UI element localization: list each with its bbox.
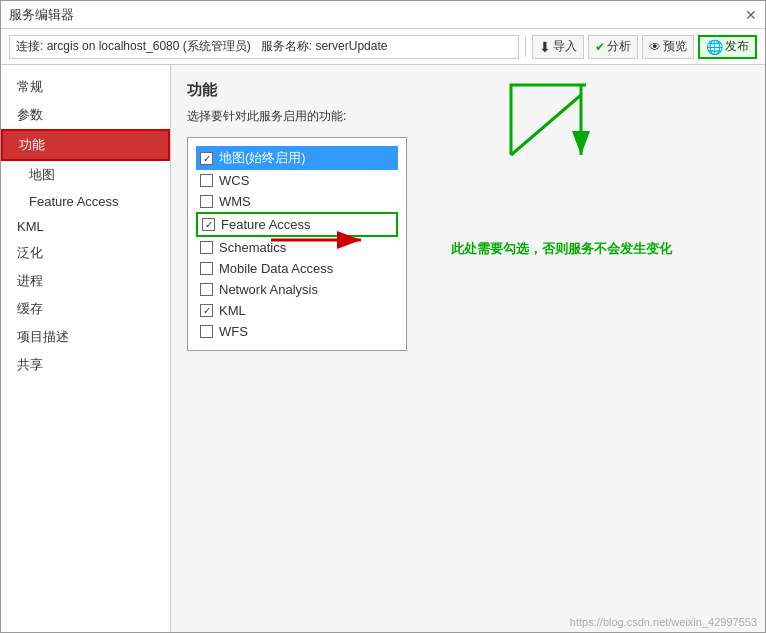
preview-label: 预览	[663, 38, 687, 55]
feature-item-mobile[interactable]: Mobile Data Access	[196, 258, 398, 279]
sidebar-item-generalize[interactable]: 泛化	[1, 239, 170, 267]
sidebar-item-features[interactable]: 功能	[1, 129, 170, 161]
window-title: 服务编辑器	[9, 6, 74, 24]
sidebar-item-share-label: 共享	[17, 356, 43, 374]
service-label: 服务名称: serverUpdate	[261, 38, 388, 55]
publish-label: 发布	[725, 38, 749, 55]
sidebar-item-feature-access-label: Feature Access	[29, 194, 119, 209]
feature-label-schematics: Schematics	[219, 240, 286, 255]
sidebar-item-params[interactable]: 参数	[1, 101, 170, 129]
feature-item-network[interactable]: Network Analysis	[196, 279, 398, 300]
separator-1	[525, 37, 526, 57]
feature-label-mobile: Mobile Data Access	[219, 261, 333, 276]
sidebar: 常规 参数 功能 地图 Feature Access KML 泛化 进程	[1, 65, 171, 632]
publish-button[interactable]: 🌐 发布	[698, 35, 757, 59]
checkbox-wfs[interactable]	[200, 325, 213, 338]
section-title: 功能	[187, 81, 749, 100]
feature-item-kml[interactable]: KML	[196, 300, 398, 321]
sidebar-item-share[interactable]: 共享	[1, 351, 170, 379]
checkbox-network[interactable]	[200, 283, 213, 296]
main-content: 常规 参数 功能 地图 Feature Access KML 泛化 进程	[1, 65, 765, 632]
close-button[interactable]: ✕	[745, 7, 757, 23]
feature-label-wcs: WCS	[219, 173, 249, 188]
sidebar-item-process[interactable]: 进程	[1, 267, 170, 295]
publish-icon: 🌐	[706, 39, 723, 55]
sidebar-item-process-label: 进程	[17, 272, 43, 290]
feature-label-wms: WMS	[219, 194, 251, 209]
checkbox-feature-access[interactable]	[202, 218, 215, 231]
feature-item-wfs[interactable]: WFS	[196, 321, 398, 342]
feature-label-wfs: WFS	[219, 324, 248, 339]
checkbox-mobile[interactable]	[200, 262, 213, 275]
preview-button[interactable]: 👁 预览	[642, 35, 694, 59]
sidebar-item-map-label: 地图	[29, 166, 55, 184]
connection-label: 连接: arcgis on localhost_6080 (系统管理员)	[16, 38, 251, 55]
section-desc: 选择要针对此服务启用的功能:	[187, 108, 749, 125]
analysis-icon: ✔	[595, 40, 605, 54]
sidebar-item-feature-access[interactable]: Feature Access	[1, 189, 170, 214]
feature-label-map: 地图(始终启用)	[219, 149, 306, 167]
connection-info: 连接: arcgis on localhost_6080 (系统管理员) 服务名…	[9, 35, 519, 59]
checkbox-wcs[interactable]	[200, 174, 213, 187]
feature-item-wms[interactable]: WMS	[196, 191, 398, 212]
import-icon: ⬇	[539, 39, 551, 55]
feature-label-feature-access: Feature Access	[221, 217, 311, 232]
sidebar-item-general[interactable]: 常规	[1, 73, 170, 101]
feature-list-box: 地图(始终启用) WCS WMS Feature Access	[187, 137, 407, 351]
feature-item-map[interactable]: 地图(始终启用)	[196, 146, 398, 170]
sidebar-item-map[interactable]: 地图	[1, 161, 170, 189]
sidebar-item-cache-label: 缓存	[17, 300, 43, 318]
feature-item-feature-access[interactable]: Feature Access	[196, 212, 398, 237]
analysis-button[interactable]: ✔ 分析	[588, 35, 638, 59]
feature-label-network: Network Analysis	[219, 282, 318, 297]
sidebar-item-cache[interactable]: 缓存	[1, 295, 170, 323]
checkbox-kml[interactable]	[200, 304, 213, 317]
feature-item-schematics[interactable]: Schematics	[196, 237, 398, 258]
sidebar-item-kml-label: KML	[17, 219, 44, 234]
feature-item-wcs[interactable]: WCS	[196, 170, 398, 191]
content-area: 功能 选择要针对此服务启用的功能: 地图(始终启用) WCS WMS	[171, 65, 765, 632]
sidebar-item-generalize-label: 泛化	[17, 244, 43, 262]
sidebar-item-params-label: 参数	[17, 106, 43, 124]
feature-label-kml: KML	[219, 303, 246, 318]
import-button[interactable]: ⬇ 导入	[532, 35, 584, 59]
analysis-label: 分析	[607, 38, 631, 55]
checkbox-schematics[interactable]	[200, 241, 213, 254]
sidebar-item-kml[interactable]: KML	[1, 214, 170, 239]
import-label: 导入	[553, 38, 577, 55]
annotation-text: 此处需要勾选，否则服务不会发生变化	[451, 240, 672, 258]
main-window: 服务编辑器 ✕ 连接: arcgis on localhost_6080 (系统…	[0, 0, 766, 633]
title-bar: 服务编辑器 ✕	[1, 1, 765, 29]
sidebar-item-general-label: 常规	[17, 78, 43, 96]
sidebar-item-description[interactable]: 项目描述	[1, 323, 170, 351]
sidebar-item-description-label: 项目描述	[17, 328, 69, 346]
preview-icon: 👁	[649, 40, 661, 54]
toolbar: 连接: arcgis on localhost_6080 (系统管理员) 服务名…	[1, 29, 765, 65]
sidebar-item-features-label: 功能	[19, 136, 45, 154]
checkbox-map[interactable]	[200, 152, 213, 165]
watermark: https://blog.csdn.net/weixin_42997553	[570, 616, 757, 628]
checkbox-wms[interactable]	[200, 195, 213, 208]
